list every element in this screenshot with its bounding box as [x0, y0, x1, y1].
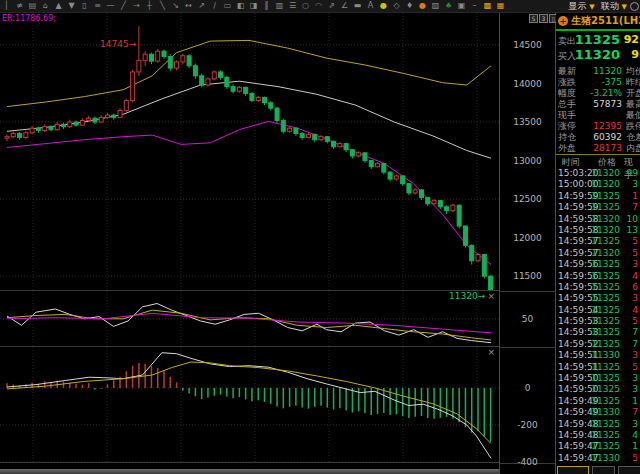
- tick-row[interactable]: 14:59:55113256: [556, 282, 640, 293]
- tick-row[interactable]: 14:59:49113251: [556, 396, 640, 407]
- drawing-tool-icon[interactable]: —: [104, 0, 117, 12]
- tick-row[interactable]: 14:59:50113253: [556, 384, 640, 395]
- tick-row[interactable]: 14:59:52113257: [556, 339, 640, 350]
- tick-row[interactable]: 14:59:48113253: [556, 419, 640, 430]
- tab-tertiary[interactable]: [618, 466, 640, 474]
- ask-row[interactable]: 卖出 11325 92: [556, 32, 640, 47]
- macd-chart[interactable]: [0, 347, 499, 462]
- drawing-tool-icon[interactable]: ▭: [221, 0, 234, 12]
- tick-lots: 6: [632, 282, 638, 293]
- drawing-tool-icon[interactable]: ▨: [429, 0, 442, 12]
- menu-button-显示[interactable]: 显示 ▼: [568, 0, 594, 13]
- drawing-tool-icon[interactable]: ‖: [260, 0, 273, 12]
- tick-row[interactable]: 14:59:53113255: [556, 316, 640, 327]
- tick-row[interactable]: 14:59:49113307: [556, 407, 640, 418]
- drawing-tool-icon[interactable]: ▣: [455, 0, 468, 12]
- ask-quantity: 92: [624, 33, 639, 46]
- tick-row[interactable]: 15:00:00113203: [556, 179, 640, 190]
- drawing-tool-icon[interactable]: ◠: [312, 0, 325, 12]
- tick-row[interactable]: 14:59:51113255: [556, 362, 640, 373]
- chart-layout-button[interactable]: S: [529, 14, 538, 23]
- drawing-tool-icon[interactable]: ◧: [234, 0, 247, 12]
- drawing-tool-icon[interactable]: ▦: [494, 0, 507, 12]
- drawing-tool-icon[interactable]: ▥: [273, 0, 286, 12]
- close-icon[interactable]: ×: [487, 292, 495, 301]
- drawing-tool-icon[interactable]: ▲: [52, 0, 65, 12]
- add-contract-icon[interactable]: +: [558, 16, 568, 26]
- tick-price: 11330: [591, 350, 620, 361]
- close-icon[interactable]: ×: [487, 348, 495, 357]
- drawing-tool-icon[interactable]: A: [364, 0, 377, 12]
- tick-price: 11320: [591, 225, 620, 236]
- stat-label: 持仓: [558, 132, 576, 143]
- tick-row[interactable]: 14:59:47113305: [556, 453, 640, 464]
- tick-row[interactable]: 14:59:581132010: [556, 214, 640, 225]
- main-candlestick-panel[interactable]: ER:11786.69;: [0, 13, 499, 291]
- tick-list[interactable]: 15:03:20113209915:00:0011320314:59:59113…: [556, 168, 640, 464]
- tab-secondary[interactable]: [592, 466, 615, 474]
- drawing-tool-icon[interactable]: ○: [299, 0, 312, 12]
- stat-label-right: 跌停: [626, 121, 640, 132]
- drawing-tool-icon[interactable]: ≡: [91, 0, 104, 12]
- stat-label-right: 均价▼: [626, 66, 640, 77]
- tick-row[interactable]: 14:59:54113254: [556, 305, 640, 316]
- drawing-tool-icon[interactable]: ▩: [481, 0, 494, 12]
- drawing-tool-icon[interactable]: ●: [416, 0, 429, 12]
- drawing-tool-icon[interactable]: ◇: [390, 0, 403, 12]
- drawing-tool-icon[interactable]: ↘: [169, 0, 182, 12]
- drawing-tool-icon[interactable]: ⇗: [325, 0, 338, 12]
- tick-row[interactable]: 14:59:56113254: [556, 271, 640, 282]
- drawing-tool-icon[interactable]: ≢: [13, 0, 26, 12]
- tick-row[interactable]: 14:59:57113255: [556, 236, 640, 247]
- drawing-tool-icon[interactable]: ∕: [208, 0, 221, 12]
- tab-tick[interactable]: [557, 466, 589, 474]
- kdj-indicator-panel[interactable]: ×: [0, 291, 499, 347]
- tick-price: 11325: [591, 362, 620, 373]
- drawing-tool-icon[interactable]: ╱: [117, 0, 130, 12]
- drawing-tool-icon[interactable]: →: [130, 0, 143, 12]
- drawing-tool-icon[interactable]: ↗: [195, 0, 208, 12]
- drawing-tool-icon[interactable]: ∠: [338, 0, 351, 12]
- tick-row[interactable]: 14:59:59113257: [556, 202, 640, 213]
- tick-row[interactable]: 14:59:581132013: [556, 225, 640, 236]
- tick-lots: 5: [632, 316, 638, 327]
- drawing-tool-icon[interactable]: ▤: [26, 0, 39, 12]
- drawing-tool-icon[interactable]: ▬: [351, 0, 364, 12]
- tick-row[interactable]: 14:59:59113251: [556, 191, 640, 202]
- drawing-tool-icon[interactable]: │: [0, 0, 13, 12]
- drawing-tool-icon[interactable]: ▯: [78, 0, 91, 12]
- drawing-tool-icon[interactable]: ┼: [143, 0, 156, 12]
- macd-indicator-panel[interactable]: ×: [0, 347, 499, 463]
- tick-row[interactable]: 14:59:48113254: [556, 430, 640, 441]
- stat-label: 外盘: [558, 143, 576, 154]
- drawing-tool-icon[interactable]: ↔: [182, 0, 195, 12]
- drawing-tool-icon[interactable]: ♦: [403, 0, 416, 12]
- clock-icon[interactable]: [630, 2, 639, 11]
- tick-row[interactable]: 14:59:50113253: [556, 373, 640, 384]
- drawing-tool-icon[interactable]: ◨: [247, 0, 260, 12]
- drawing-tool-icon[interactable]: ⌂: [39, 0, 52, 12]
- candlestick-chart[interactable]: [0, 13, 499, 290]
- tick-row[interactable]: 14:59:57113205: [556, 248, 640, 259]
- drawing-tool-icon[interactable]: ♠: [442, 0, 455, 12]
- tick-price: 11325: [591, 396, 620, 407]
- tick-row[interactable]: 14:59:55113253: [556, 293, 640, 304]
- drawing-tool-icon[interactable]: –: [468, 0, 481, 12]
- drawing-tool-icon[interactable]: ●: [377, 0, 390, 12]
- tick-row[interactable]: 14:59:56113253: [556, 259, 640, 270]
- tick-lots: 13: [627, 225, 638, 236]
- contract-title[interactable]: 生猪2511(LH251: [571, 14, 640, 28]
- tick-row[interactable]: 14:59:51113303: [556, 350, 640, 361]
- menu-button-联动[interactable]: 联动 ▼: [601, 0, 627, 13]
- chart-layout-button[interactable]: 3: [539, 14, 548, 23]
- bid-row[interactable]: 买入 11320 9: [556, 47, 640, 62]
- kdj-chart[interactable]: [0, 291, 499, 346]
- toolbar-icons: │≢▤⌂▲▼▯≡—╱→┼╲↘↔↗∕▭◧◨‖▥☰○◠⇗∠▬A●◇♦●▨♠▣–▩▦: [0, 0, 507, 12]
- drawing-tool-icon[interactable]: ☰: [286, 0, 299, 12]
- axis-label: -400: [500, 457, 555, 467]
- tick-row[interactable]: 14:59:47113251: [556, 441, 640, 452]
- drawing-tool-icon[interactable]: ▼: [65, 0, 78, 12]
- drawing-tool-icon[interactable]: ╲: [156, 0, 169, 12]
- tick-row[interactable]: 15:03:201132099: [556, 168, 640, 179]
- tick-row[interactable]: 14:59:53113257: [556, 327, 640, 338]
